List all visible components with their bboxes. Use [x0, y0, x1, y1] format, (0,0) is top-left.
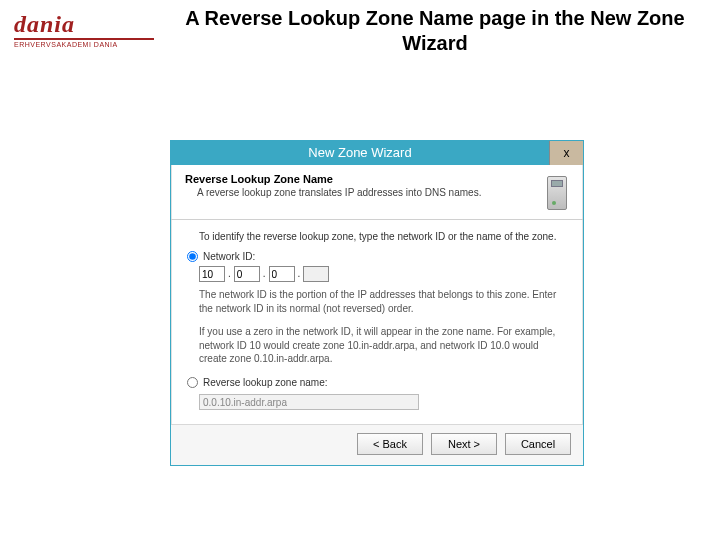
network-id-input-row: . . .	[199, 266, 565, 282]
network-id-help-1: The network ID is the portion of the IP …	[199, 288, 565, 315]
network-octet-2[interactable]	[234, 266, 260, 282]
wizard-header-subtitle: A reverse lookup zone translates IP addr…	[197, 187, 531, 198]
next-button[interactable]: Next >	[431, 433, 497, 455]
cancel-button[interactable]: Cancel	[505, 433, 571, 455]
brand-rule	[14, 38, 154, 40]
window-title: New Zone Wizard	[171, 141, 549, 165]
radio-zone-name-label: Reverse lookup zone name:	[203, 376, 328, 390]
network-octet-1[interactable]	[199, 266, 225, 282]
dot-sep: .	[260, 267, 269, 281]
dot-sep: .	[295, 267, 304, 281]
back-button[interactable]: < Back	[357, 433, 423, 455]
slide-title: A Reverse Lookup Zone Name page in the N…	[180, 6, 690, 56]
wizard-footer: < Back Next > Cancel	[171, 424, 583, 465]
dot-sep: .	[225, 267, 234, 281]
wizard-header: Reverse Lookup Zone Name A reverse looku…	[171, 165, 583, 220]
new-zone-wizard-window: New Zone Wizard x Reverse Lookup Zone Na…	[170, 140, 584, 466]
titlebar: New Zone Wizard x	[171, 141, 583, 165]
close-button[interactable]: x	[549, 141, 583, 165]
radio-zone-name-input[interactable]	[187, 377, 198, 388]
wizard-header-title: Reverse Lookup Zone Name	[185, 173, 531, 185]
wizard-body: To identify the reverse lookup zone, typ…	[171, 220, 583, 424]
instruction-text: To identify the reverse lookup zone, typ…	[199, 230, 565, 244]
network-id-help-2: If you use a zero in the network ID, it …	[199, 325, 565, 366]
brand-logo: dania ERHVERVSAKADEMI DANIA	[14, 12, 154, 48]
zone-name-input	[199, 394, 419, 410]
brand-subtext: ERHVERVSAKADEMI DANIA	[14, 41, 154, 48]
radio-zone-name[interactable]: Reverse lookup zone name:	[187, 376, 565, 390]
network-octet-3[interactable]	[269, 266, 295, 282]
brand-mark: dania	[14, 12, 154, 36]
radio-network-id-input[interactable]	[187, 251, 198, 262]
network-octet-4	[303, 266, 329, 282]
radio-network-id-label: Network ID:	[203, 250, 255, 264]
server-icon	[541, 173, 573, 213]
radio-network-id[interactable]: Network ID:	[187, 250, 565, 264]
wizard-header-text: Reverse Lookup Zone Name A reverse looku…	[185, 173, 531, 213]
